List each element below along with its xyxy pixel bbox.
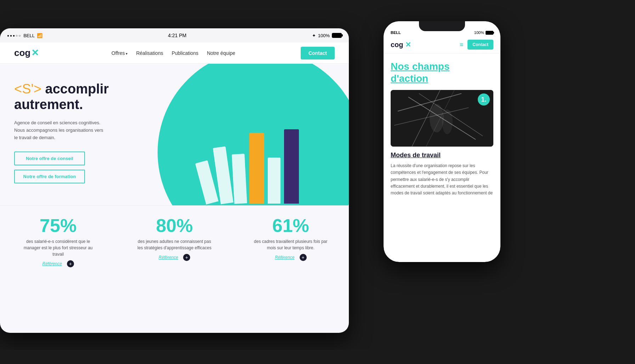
tablet-time: 4:21 PM [42,33,312,38]
svg-point-8 [442,109,453,134]
phone-card-body: La réussite d'une organisation repose su… [391,163,493,197]
site-logo[interactable]: cog ✕ [14,47,39,58]
phone-battery-icon [486,31,493,35]
phone-logo-x: ✕ [405,41,411,49]
hero-angle: <S'> [14,81,41,96]
stat-pct-2: 80% [135,216,213,235]
site-nav: cog ✕ Offres Réalisations Publications N… [0,42,349,64]
carrier-label: BELL [23,33,35,38]
hamburger-icon[interactable]: ≡ [460,41,464,49]
hero-headline: <S'> accomplirautrement. [14,81,149,112]
nav-links: Offres Réalisations Publications Notre é… [57,50,290,56]
svg-point-7 [430,104,444,132]
hero-section: <S'> accomplirautrement. Agence de conse… [0,64,349,205]
tablet-device: ●●●○○ BELL 📶 4:21 PM ✦ 100% cog ✕ Offres… [0,28,349,333]
stat-pct-1: 75% [19,216,97,235]
stat-item-3: 61% des cadres travaillent plusieurs foi… [252,216,330,267]
black-bottom-bar [0,350,635,364]
phone-logo-text: cog [391,41,403,49]
stat-ref-1[interactable]: Référence [42,261,62,266]
phone-contact-button[interactable]: Contact [467,40,493,50]
phone-carrier: BELL [391,30,401,35]
stats-section: 75% des salarié-e-s considèrent que le m… [0,205,349,274]
phone-card-image: 1. [391,90,493,147]
stat-item-1: 75% des salarié-e-s considèrent que le m… [19,216,97,267]
stat-desc-3: des cadres travaillent plusieurs fois pa… [252,238,330,251]
stat-ref-2[interactable]: Référence [159,255,178,260]
phone-device: BELL 100% cog ✕ ≡ Contact Nos champsd'ac… [384,21,500,262]
tablet-status-bar: ●●●○○ BELL 📶 4:21 PM ✦ 100% [0,28,349,42]
stat-pct-3: 61% [252,216,330,235]
phone-notch [419,21,465,31]
hero-subtext: Agence de conseil en sciences cognitives… [14,119,106,141]
hero-btn-formation[interactable]: Notre offre de formation [14,170,85,183]
phone-card-title[interactable]: Modes de travail [391,152,493,159]
stat-desc-1: des salarié-e-s considèrent que le manag… [19,238,97,257]
nav-link-realisations[interactable]: Réalisations [136,50,163,56]
phone-content: Nos champsd'action [384,53,500,204]
stat-plus-2[interactable]: + [183,254,190,261]
battery-icon [332,33,342,38]
signal-dots: ●●●○○ [7,34,21,38]
hero-graphic [158,64,349,205]
phone-status-right: 100% [474,30,493,35]
bluetooth-icon: ✦ [312,33,316,38]
bar-purple [284,129,299,204]
nav-link-offres[interactable]: Offres [112,50,128,56]
phone-card-number: 1. [478,93,490,106]
bar-chart [200,129,299,204]
logo-x: ✕ [31,47,39,58]
nav-link-publications[interactable]: Publications [172,50,199,56]
nav-link-notre-equipe[interactable]: Notre équipe [207,50,235,56]
phone-nav: cog ✕ ≡ Contact [384,37,500,53]
battery-pct: 100% [318,33,330,38]
phone-screen: BELL 100% cog ✕ ≡ Contact Nos champsd'ac… [384,21,500,262]
bar-4 [268,158,280,204]
bar-1 [195,160,219,204]
logo-cog: cog [14,47,30,58]
wifi-icon: 📶 [37,33,42,38]
status-right: ✦ 100% [312,33,342,38]
hero-btn-conseil[interactable]: Notre offre de conseil [14,152,85,165]
stat-plus-3[interactable]: + [300,254,307,261]
bar-3 [232,154,247,204]
stat-ref-3[interactable]: Référence [275,255,294,260]
stat-plus-1[interactable]: + [67,260,74,267]
phone-logo[interactable]: cog ✕ [391,40,460,49]
black-top-bar [0,0,635,28]
hero-text: <S'> accomplirautrement. Agence de conse… [0,64,163,205]
status-left: ●●●○○ BELL 📶 [7,33,42,38]
phone-battery-pct: 100% [474,30,484,35]
stat-desc-2: des jeunes adultes ne connaissent pas le… [135,238,213,251]
stat-item-2: 80% des jeunes adultes ne connaissent pa… [135,216,213,267]
bar-yellow [249,133,264,204]
phone-section-title: Nos champsd'action [391,61,493,84]
tablet-screen: cog ✕ Offres Réalisations Publications N… [0,42,349,333]
nav-contact-button[interactable]: Contact [301,47,335,59]
